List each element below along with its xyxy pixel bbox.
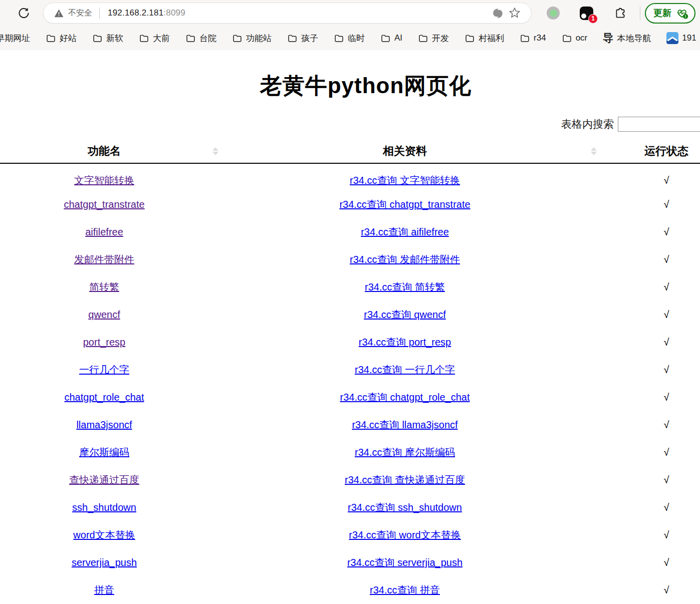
extension-button[interactable]: 1 — [580, 7, 593, 20]
favorite-star-icon[interactable] — [506, 5, 523, 22]
bookmark-item[interactable]: 导本地导航 — [603, 33, 651, 44]
doc-link[interactable]: r34.cc查询 发邮件带附件 — [350, 254, 460, 265]
warning-triangle-icon[interactable] — [54, 8, 64, 19]
bookmark-item[interactable]: 台院 — [185, 33, 216, 44]
toolbar-divider — [640, 6, 640, 20]
function-link[interactable]: serverjia_push — [72, 557, 137, 568]
function-link[interactable]: 查快递通过百度 — [69, 474, 139, 485]
folder-icon — [418, 33, 428, 44]
extensions-menu-button[interactable] — [612, 5, 629, 22]
bookmark-item[interactable]: 孩子 — [287, 33, 318, 44]
table-search: 表格内搜索 — [0, 117, 700, 132]
function-link[interactable]: 文字智能转换 — [74, 175, 134, 186]
table-body: 文字智能转换 r34.cc查询 文字智能转换 √ chatgpt_transtr… — [0, 163, 700, 604]
status-mark: √ — [664, 447, 669, 458]
folder-icon — [92, 33, 103, 44]
function-link[interactable]: chatgpt_role_chat — [64, 392, 144, 403]
function-link[interactable]: word文本替换 — [73, 529, 135, 540]
doc-link[interactable]: r34.cc查询 qwencf — [364, 309, 445, 320]
doc-link[interactable]: r34.cc查询 摩尔斯编码 — [355, 447, 455, 458]
bookmark-item[interactable]: r34 — [520, 33, 546, 44]
address-bar[interactable]: 不安全 192.168.2.181:8099 — [43, 3, 532, 24]
doc-link[interactable]: r34.cc查询 一行几个字 — [355, 364, 455, 375]
update-button[interactable]: 更新 — [645, 3, 695, 24]
reload-button[interactable] — [15, 5, 32, 22]
function-link[interactable]: port_resp — [83, 337, 126, 348]
function-table: 功能名 相关资料 运行状态 文字智能转换 r34.cc查询 文字智能转换 √ c… — [0, 140, 700, 604]
table-row: ssh_shutdown r34.cc查询 ssh_shutdown √ — [0, 494, 700, 521]
function-link[interactable]: 拼音 — [94, 584, 114, 595]
function-link[interactable]: 摩尔斯编码 — [79, 447, 129, 458]
status-mark: √ — [664, 337, 669, 348]
bookmark-label: 台院 — [199, 33, 216, 44]
bookmark-item[interactable]: 191 — [666, 32, 696, 44]
function-link[interactable]: 简转繁 — [89, 281, 119, 292]
bookmark-item[interactable]: AI — [380, 33, 402, 44]
folder-icon — [232, 33, 243, 44]
function-link[interactable]: ssh_shutdown — [72, 502, 136, 513]
doc-link[interactable]: r34.cc查询 word文本替换 — [349, 529, 460, 540]
doc-link[interactable]: r34.cc查询 简转繁 — [365, 281, 445, 292]
status-mark: √ — [664, 199, 669, 210]
folder-icon — [46, 33, 56, 44]
bookmark-item[interactable]: 早期网址 — [0, 33, 30, 44]
table-row: 拼音 r34.cc查询 拼音 √ — [0, 576, 700, 604]
status-mark: √ — [664, 557, 669, 568]
security-label: 不安全 — [68, 8, 92, 19]
table-header-row: 功能名 相关资料 运行状态 — [0, 140, 700, 163]
status-mark: √ — [664, 254, 669, 265]
page-title: 老黄牛python网页化 — [0, 71, 700, 100]
doc-link[interactable]: r34.cc查询 文字智能转换 — [350, 175, 460, 186]
function-link[interactable]: 发邮件带附件 — [74, 254, 134, 265]
doc-link[interactable]: r34.cc查询 port_resp — [359, 337, 451, 348]
bookmark-item[interactable]: 新软 — [92, 33, 123, 44]
bookmark-item[interactable]: ocr — [562, 33, 588, 44]
url-text[interactable]: 192.168.2.181:8099 — [108, 8, 185, 18]
doc-link[interactable]: r34.cc查询 ssh_shutdown — [348, 502, 462, 513]
bookmark-label: ocr — [576, 33, 588, 43]
function-link[interactable]: 一行几个字 — [79, 364, 129, 375]
bookmark-item[interactable]: 临时 — [334, 33, 365, 44]
table-row: serverjia_push r34.cc查询 serverjia_push √ — [0, 549, 700, 576]
doc-link[interactable]: r34.cc查询 aifilefree — [361, 226, 449, 237]
puzzle-icon — [614, 7, 627, 20]
swirl-icon[interactable] — [489, 5, 506, 22]
bookmark-item[interactable]: 大前 — [139, 33, 170, 44]
table-row: llama3jsoncf r34.cc查询 llama3jsoncf √ — [0, 411, 700, 439]
browser-chrome: 不安全 192.168.2.181:8099 1 — [0, 0, 700, 50]
header-function-name[interactable]: 功能名 — [0, 140, 223, 163]
doc-link[interactable]: r34.cc查询 chatgpt_transtrate — [339, 199, 470, 210]
folder-icon — [520, 33, 530, 44]
bookmark-label: 孩子 — [301, 33, 318, 44]
bookmark-item[interactable]: 好站 — [46, 33, 77, 44]
function-link[interactable]: llama3jsoncf — [76, 419, 132, 430]
search-input[interactable] — [618, 117, 700, 132]
header-related-docs[interactable]: 相关资料 — [223, 140, 601, 163]
bookmark-item[interactable]: 功能站 — [232, 33, 272, 44]
function-link[interactable]: chatgpt_transtrate — [64, 199, 144, 210]
folder-icon — [464, 33, 475, 44]
profile-avatar[interactable] — [547, 7, 560, 20]
doc-link[interactable]: r34.cc查询 llama3jsoncf — [352, 419, 457, 430]
function-link[interactable]: aifilefree — [85, 226, 123, 237]
bookmark-item[interactable]: 村福利 — [464, 33, 504, 44]
function-link[interactable]: qwencf — [88, 309, 120, 320]
status-mark: √ — [664, 309, 669, 320]
bookmark-item[interactable]: 开发 — [418, 33, 449, 44]
table-row: word文本替换 r34.cc查询 word文本替换 √ — [0, 521, 700, 549]
sort-icon[interactable] — [212, 147, 218, 155]
bookmark-label: 早期网址 — [0, 33, 30, 44]
doc-link[interactable]: r34.cc查询 serverjia_push — [347, 557, 462, 568]
bookmark-label: 功能站 — [246, 33, 272, 44]
bookmark-label: 191 — [682, 33, 696, 43]
doc-link[interactable]: r34.cc查询 chatgpt_role_chat — [340, 392, 470, 403]
doc-link[interactable]: r34.cc查询 查快递通过百度 — [345, 474, 465, 485]
bookmark-label: 村福利 — [479, 33, 504, 44]
table-row: 简转繁 r34.cc查询 简转繁 √ — [0, 273, 700, 301]
bookmarks-bar: 早期网址好站新软大前台院功能站孩子临时AI开发村福利r34ocr导本地导航191 — [0, 26, 700, 50]
address-bar-divider — [99, 8, 100, 19]
status-mark: √ — [664, 419, 669, 430]
bookmark-label: 开发 — [432, 33, 449, 44]
sort-icon[interactable] — [591, 147, 597, 155]
doc-link[interactable]: r34.cc查询 拼音 — [370, 584, 440, 595]
